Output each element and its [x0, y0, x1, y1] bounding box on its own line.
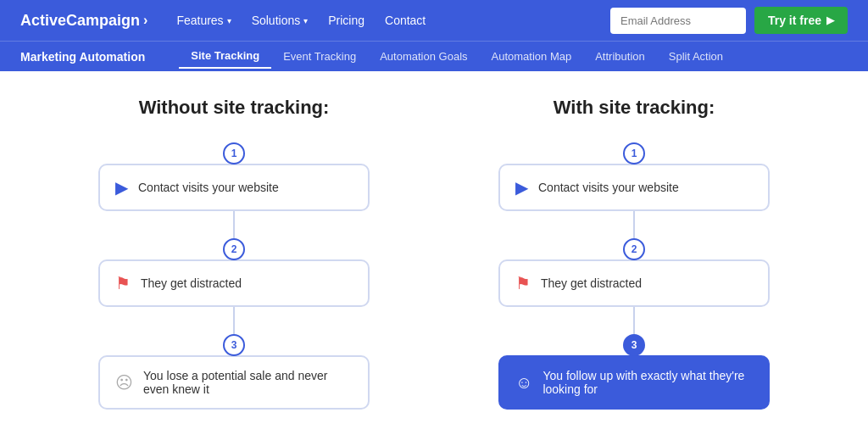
nav-solutions[interactable]: Solutions ▾ [243, 8, 317, 32]
step-badge-3: 3 [223, 334, 245, 356]
sad-face-icon: ☹ [115, 372, 133, 393]
nav-pricing[interactable]: Pricing [320, 8, 373, 32]
step-text-1: Contact visits your website [538, 181, 679, 194]
step-box-1: ▶ Contact visits your website [498, 164, 770, 211]
step-box-2: ⚑ They get distracted [498, 259, 770, 307]
connector [633, 211, 635, 238]
without-step-1: 1 ▶ Contact visits your website [98, 142, 370, 211]
subnav-automation-map[interactable]: Automation Map [480, 45, 584, 68]
subnav-automation-goals[interactable]: Automation Goals [368, 45, 479, 68]
email-input[interactable] [610, 8, 746, 34]
step-badge-2: 2 [623, 238, 645, 260]
logo-text: ActiveCampaign [20, 12, 140, 30]
step-text-3: You follow up with exactly what they're … [542, 369, 753, 396]
cursor-icon: ▶ [115, 177, 128, 198]
logo[interactable]: ActiveCampaign › [20, 12, 147, 30]
step-badge-2: 2 [223, 238, 245, 260]
connector [233, 307, 235, 334]
nav-links: Features ▾ Solutions ▾ Pricing Contact [168, 8, 604, 32]
subnav-split-action[interactable]: Split Action [657, 45, 735, 68]
chevron-down-icon: ▾ [303, 16, 308, 25]
main-content: Without site tracking: 1 ▶ Contact visit… [0, 71, 868, 446]
step-text-3: You lose a potential sale and never even… [143, 369, 353, 396]
without-step-3: 3 ☹ You lose a potential sale and never … [98, 334, 370, 410]
step-box-3: ☹ You lose a potential sale and never ev… [98, 355, 370, 410]
logo-arrow-icon: › [143, 13, 147, 28]
step-box-3-highlight: ☺ You follow up with exactly what they'r… [498, 355, 770, 410]
with-flow: 1 ▶ Contact visits your website 2 ⚑ They… [498, 142, 770, 410]
subnav-title: Marketing Automation [20, 50, 145, 64]
subnav-event-tracking[interactable]: Event Tracking [271, 45, 368, 68]
step-text-2: They get distracted [541, 276, 642, 290]
without-step-2: 2 ⚑ They get distracted [98, 238, 370, 307]
try-it-free-button[interactable]: Try it free ▶ [754, 7, 848, 34]
arrow-icon: ▶ [826, 14, 834, 26]
top-navigation: ActiveCampaign › Features ▾ Solutions ▾ … [0, 0, 868, 41]
cursor-icon: ▶ [515, 177, 528, 198]
step-badge-1: 1 [623, 142, 645, 164]
step-badge-3: 3 [623, 334, 645, 356]
subnav-attribution[interactable]: Attribution [583, 45, 657, 68]
nav-actions: Try it free ▶ [610, 7, 848, 34]
sub-navigation: Marketing Automation Site Tracking Event… [0, 41, 868, 71]
flag-icon: ⚑ [115, 273, 131, 293]
with-step-2: 2 ⚑ They get distracted [498, 238, 770, 307]
with-step-1: 1 ▶ Contact visits your website [498, 142, 770, 211]
with-tracking-column: With site tracking: 1 ▶ Contact visits y… [434, 97, 834, 429]
step-text-2: They get distracted [141, 276, 242, 290]
chevron-down-icon: ▾ [227, 16, 231, 25]
step-box-2: ⚑ They get distracted [98, 259, 370, 307]
without-flow: 1 ▶ Contact visits your website 2 ⚑ They… [98, 142, 370, 410]
with-step-3: 3 ☺ You follow up with exactly what they… [498, 334, 770, 410]
step-box-1: ▶ Contact visits your website [98, 164, 370, 211]
nav-contact[interactable]: Contact [376, 8, 434, 32]
smile-icon: ☺ [515, 373, 532, 393]
with-title: With site tracking: [554, 97, 715, 119]
connector [233, 211, 235, 238]
subnav-links: Site Tracking Event Tracking Automation … [179, 44, 735, 69]
without-tracking-column: Without site tracking: 1 ▶ Contact visit… [34, 97, 434, 429]
without-title: Without site tracking: [139, 97, 330, 119]
step-badge-1: 1 [223, 142, 245, 164]
connector [633, 307, 635, 334]
nav-features[interactable]: Features ▾ [168, 8, 239, 32]
subnav-site-tracking[interactable]: Site Tracking [179, 44, 271, 69]
flag-icon: ⚑ [515, 273, 531, 293]
step-text-1: Contact visits your website [138, 181, 279, 194]
